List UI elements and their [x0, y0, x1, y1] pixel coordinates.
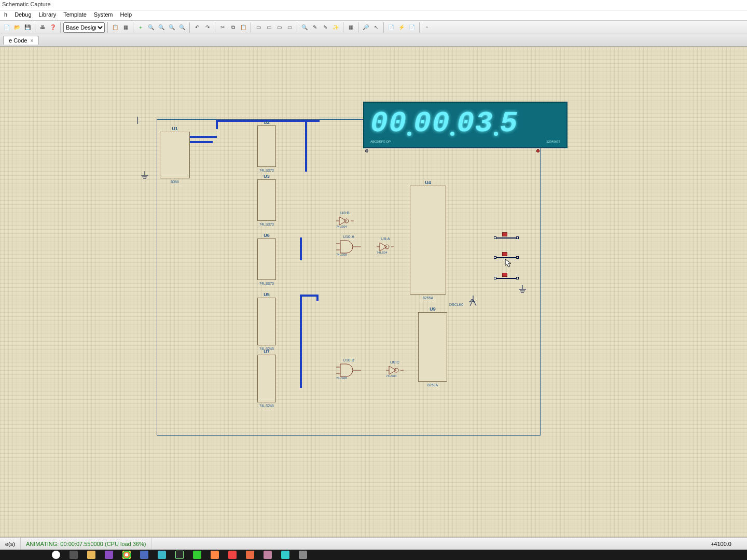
zoom-in-icon[interactable]: 🔍: [146, 23, 156, 32]
pycharm-icon[interactable]: [175, 551, 184, 559]
gate-u8b[interactable]: U8:B 74LS04: [336, 216, 354, 227]
block-icon[interactable]: ▭: [254, 23, 263, 32]
gate-u10b[interactable]: U10:B 74LS08: [336, 363, 361, 379]
separator: [297, 22, 297, 33]
chip-u5[interactable]: U5 74LS245: [257, 298, 276, 345]
edge-icon[interactable]: [158, 551, 166, 559]
cursor-icon[interactable]: ↖: [371, 23, 381, 32]
redo-icon[interactable]: ↷: [203, 23, 212, 32]
copy-icon[interactable]: ⧉: [228, 23, 238, 32]
source-code-tab[interactable]: e Code ×: [3, 36, 39, 45]
menu-item[interactable]: Help: [120, 11, 132, 19]
ground-symbol-icon: [140, 171, 149, 179]
gate-u8a[interactable]: U8:A 74LS04: [377, 242, 394, 253]
help-icon[interactable]: ❓: [48, 23, 58, 32]
open-icon[interactable]: 📂: [12, 23, 22, 32]
zoom-out-icon[interactable]: 🔍: [157, 23, 166, 32]
block-icon[interactable]: ▭: [274, 23, 284, 32]
erc-icon[interactable]: ⚡: [397, 23, 406, 32]
gate-u8c[interactable]: U8:C 74LS04: [386, 365, 404, 376]
gate-u10a[interactable]: U10:A 74LS08: [336, 240, 361, 255]
seven-segment-display[interactable]: 0 0 0 0 0 3 5 ABCDEFG DP 12345678: [363, 102, 568, 148]
vscode-icon[interactable]: [140, 551, 148, 559]
chrome-icon[interactable]: [122, 551, 131, 559]
grid-icon[interactable]: ▦: [121, 23, 130, 32]
bus-wire: [190, 141, 213, 143]
center-icon[interactable]: ＋: [136, 23, 145, 32]
save-icon[interactable]: 💾: [23, 23, 32, 32]
coordinates: +4100.0: [695, 541, 747, 547]
app-icon[interactable]: [281, 551, 289, 559]
status-bar: e(s) ANIMATING: 00:00:07.550000 (CPU loa…: [0, 537, 747, 550]
start-icon[interactable]: [52, 551, 60, 559]
tool-icon[interactable]: ✎: [310, 23, 320, 32]
menu-item[interactable]: Template: [63, 11, 87, 19]
separator: [383, 22, 384, 33]
chip-part: 74LS373: [259, 222, 274, 226]
chip-ref: U3: [264, 174, 270, 179]
chip-u6[interactable]: U6 74LS373: [257, 239, 276, 280]
separator: [251, 22, 251, 33]
undo-icon[interactable]: ↶: [192, 23, 202, 32]
app-icon[interactable]: [264, 551, 272, 559]
chip-u3[interactable]: U3 74LS373: [257, 179, 276, 221]
close-icon[interactable]: ×: [30, 38, 33, 44]
menu-item[interactable]: System: [94, 11, 113, 19]
menu-item[interactable]: h: [4, 11, 7, 19]
app-icon[interactable]: [211, 551, 219, 559]
digit: 3: [475, 107, 492, 140]
tab-bar: e Code ×: [0, 34, 747, 47]
wechat-icon[interactable]: [193, 551, 201, 559]
cut-icon[interactable]: ✂: [218, 23, 227, 32]
pin-label: ABCDEFG DP: [370, 140, 391, 143]
gate-label: U8:C: [390, 360, 399, 365]
visual-studio-icon[interactable]: [105, 551, 113, 559]
separator: [215, 22, 215, 33]
search-icon[interactable]: 🔍: [300, 23, 309, 32]
app-icon[interactable]: [246, 551, 254, 559]
bus-wire: [216, 120, 309, 122]
schematic-canvas[interactable]: 0 0 0 0 0 3 5 ABCDEFG DP 12345678 U1 808…: [0, 47, 747, 537]
chip-u4[interactable]: U4 8255A: [410, 186, 446, 295]
gate-part: 74LS04: [336, 225, 347, 228]
menu-item[interactable]: Debug: [15, 11, 31, 19]
zoom-area-icon[interactable]: 🔍: [177, 23, 187, 32]
chip-ref: U1: [172, 126, 178, 131]
sheet-border: [157, 119, 541, 436]
chip-u7[interactable]: U7 74LS245: [257, 355, 276, 402]
refresh-icon[interactable]: 📋: [110, 23, 120, 32]
chip-u1[interactable]: U1 8086: [160, 132, 190, 178]
block-icon[interactable]: ▭: [285, 23, 294, 32]
find-icon[interactable]: 🔎: [361, 23, 370, 32]
menu-item[interactable]: Library: [39, 11, 57, 19]
push-button[interactable]: [495, 234, 518, 242]
bom-icon[interactable]: 📄: [386, 23, 396, 32]
gate-part: 74LS08: [336, 376, 347, 380]
block-icon[interactable]: ▭: [264, 23, 273, 32]
module-icon[interactable]: ▫: [422, 23, 432, 32]
push-button[interactable]: [495, 275, 518, 282]
clock-label: DSCLK0: [449, 303, 463, 306]
canvas-viewport: 0 0 0 0 0 3 5 ABCDEFG DP 12345678 U1 808…: [0, 47, 747, 537]
wps-icon[interactable]: [228, 551, 237, 559]
separator: [419, 22, 420, 33]
zoom-fit-icon[interactable]: 🔍: [167, 23, 176, 32]
push-button[interactable]: [495, 254, 518, 261]
design-dropdown[interactable]: Base Design: [63, 22, 105, 33]
tool-icon[interactable]: ✎: [321, 23, 330, 32]
title-bar: Schematic Capture: [0, 0, 747, 10]
wand-icon[interactable]: ✨: [331, 23, 340, 32]
file-explorer-icon[interactable]: [87, 551, 95, 559]
proteus-icon[interactable]: [299, 551, 307, 559]
paste-icon[interactable]: 📋: [239, 23, 248, 32]
print-icon[interactable]: 🖶: [38, 23, 47, 32]
pin-label: 12345678: [546, 140, 560, 143]
chip-u2[interactable]: U2 74LS373: [257, 125, 276, 167]
separator: [35, 22, 35, 33]
new-icon[interactable]: 📄: [2, 23, 11, 32]
task-view-icon[interactable]: [70, 551, 78, 559]
netlist-icon[interactable]: 📄: [407, 23, 417, 32]
display-digits: 0 0 0 0 0 3 5: [370, 107, 560, 140]
pcb-icon[interactable]: ▦: [346, 23, 355, 32]
chip-u9[interactable]: U9 8253A: [418, 312, 447, 382]
